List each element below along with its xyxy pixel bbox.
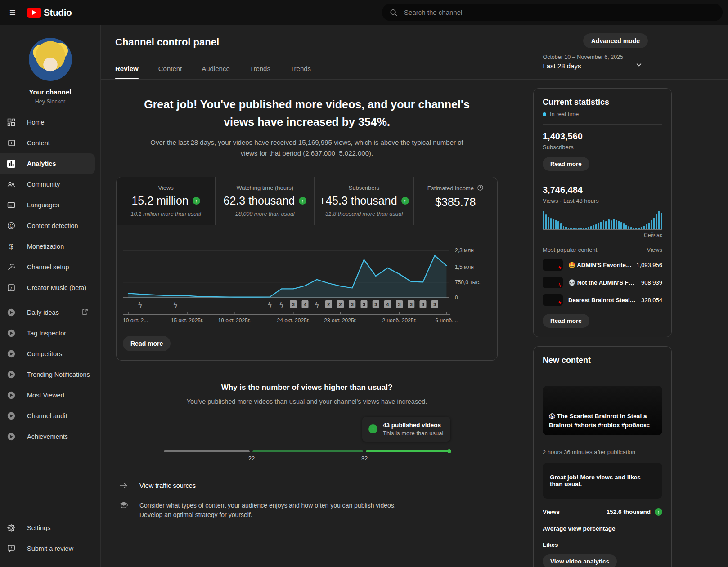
sidebar-item-achievements[interactable]: Achievements <box>0 426 100 447</box>
channel-setup-icon <box>6 262 16 272</box>
svg-text:2: 2 <box>339 302 342 307</box>
svg-text:3: 3 <box>398 302 401 307</box>
realtime-bar <box>565 227 567 229</box>
sidebar-item-settings[interactable]: Settings <box>0 518 100 538</box>
realtime-dot-icon <box>543 112 546 116</box>
advanced-mode-button[interactable]: Advanced mode <box>583 33 648 48</box>
view-video-analytics-button[interactable]: View video analytics <box>543 554 617 567</box>
realtime-bar <box>613 219 615 229</box>
shorts-publish-marker-icon: ϟ <box>268 301 272 309</box>
tab-trends-2[interactable]: Trends <box>290 65 311 79</box>
sidebar-item-community[interactable]: Community <box>0 174 100 195</box>
up-arrow-icon: ↑ <box>368 424 377 433</box>
sidebar-item-submit-a-review[interactable]: Submit a review <box>0 538 100 559</box>
tab-audience[interactable]: Audience <box>202 65 230 79</box>
metric-estimated-income[interactable]: Estimated income$385.78 <box>414 177 497 225</box>
new-content-stats: Views152.6 thousand↑Average view percent… <box>543 508 662 548</box>
popular-read-more-button[interactable]: Read more <box>543 314 589 328</box>
sidebar-item-home[interactable]: Home <box>0 112 100 133</box>
svg-text:3: 3 <box>351 302 354 307</box>
studio-logo[interactable]: Studio <box>27 7 72 18</box>
new-content-stat-likes: Likes— <box>543 541 662 548</box>
tab-trends[interactable]: Trends <box>250 65 270 79</box>
published-videos-progress: 2232 <box>164 450 450 464</box>
realtime-bar <box>646 224 647 229</box>
realtime-bar <box>633 228 635 229</box>
sidebar-item-daily-ideas[interactable]: Daily ideas <box>0 302 100 323</box>
realtime-bar <box>611 220 612 229</box>
video-thumbnail: ϟ <box>543 259 563 271</box>
views-chart: 2,3 млн1,5 млн750,0 тыс.0ϟϟϟϟ34ϟ22333433… <box>117 225 497 328</box>
realtime-bar <box>555 220 557 229</box>
sidebar-item-languages[interactable]: Languages <box>0 195 100 215</box>
subscribers-count: 1,403,560 <box>543 131 662 142</box>
search-input[interactable] <box>404 9 715 16</box>
subscribers-read-more-button[interactable]: Read more <box>543 157 589 171</box>
realtime-bar <box>590 226 592 229</box>
traffic-link-label: View traffic sources <box>139 482 196 489</box>
tab-review[interactable]: Review <box>115 65 139 79</box>
now-label: Сейчас <box>543 232 662 238</box>
metric-watching-time-hours[interactable]: Watching time (hours)62.3 thousand↑28,00… <box>216 177 315 225</box>
new-video-thumbnail[interactable]: 😱 The Scariest Brainrot in Steal a Brain… <box>543 386 662 435</box>
education-icon <box>119 501 129 510</box>
realtime-bar <box>625 225 627 229</box>
current-statistics-title: Current statistics <box>543 98 662 107</box>
progress-segment-1 <box>164 450 250 452</box>
chart-read-more-button[interactable]: Read more <box>123 336 171 351</box>
sidebar-item-competitors[interactable]: Competitors <box>0 344 100 364</box>
hamburger-menu-icon[interactable]: ≡ <box>2 2 23 23</box>
realtime-bar <box>661 213 662 229</box>
svg-text:28 окт. 2025г.: 28 окт. 2025г. <box>324 317 357 324</box>
youtube-play-icon <box>27 8 41 18</box>
svg-text:3: 3 <box>363 302 365 307</box>
shorts-publish-marker-icon: ϟ <box>174 301 178 309</box>
shorts-icon: ϟ <box>558 300 561 305</box>
sidebar-item-analytics[interactable]: Analytics <box>0 153 95 174</box>
tab-bar: ReviewContentAudienceTrendsTrends <box>115 65 311 79</box>
svg-text:750,0 тыс.: 750,0 тыс. <box>455 279 481 285</box>
channel-search[interactable] <box>382 4 723 21</box>
popular-content-row[interactable]: ϟ🤩 ADMIN'S Favorite…1,093,956 <box>543 259 662 271</box>
chevron-down-icon[interactable] <box>634 60 643 69</box>
channel-avatar[interactable] <box>29 38 72 81</box>
popular-content-row[interactable]: ϟDearest Brainrot Steal …328,054 <box>543 294 662 306</box>
published-videos-tooltip: ↑ 43 published videos This is more than … <box>362 417 450 442</box>
tab-content[interactable]: Content <box>158 65 182 79</box>
plugin-icon <box>6 328 16 338</box>
sidebar-item-trending-notifications[interactable]: Trending Notifications <box>0 364 100 385</box>
sidebar-item-most-viewed[interactable]: Most Viewed <box>0 385 100 406</box>
svg-text:4: 4 <box>386 302 389 307</box>
clock-icon <box>477 184 484 192</box>
sidebar-item-channel-audit[interactable]: Channel audit <box>0 406 100 426</box>
shorts-icon: ϟ <box>558 265 561 270</box>
plugin-icon <box>6 349 16 359</box>
metric-subscribers[interactable]: Subscribers+45.3 thousand↑31.8 thousand … <box>315 177 413 225</box>
video-thumbnail: ϟ <box>543 294 563 306</box>
realtime-bar <box>605 221 607 229</box>
tooltip-note: This is more than usual <box>383 430 443 437</box>
realtime-bar <box>573 228 575 229</box>
svg-text:19 окт. 2025г.: 19 окт. 2025г. <box>218 317 251 324</box>
realtime-bar <box>550 218 552 229</box>
hero-subtext: Over the last 28 days, your videos have … <box>116 137 498 159</box>
sidebar-item-content-detection[interactable]: CContent detection <box>0 215 100 236</box>
metric-views[interactable]: Views15.2 million↑10.1 million more than… <box>117 177 216 225</box>
realtime-bar <box>603 220 605 229</box>
creator-music-icon: ♪ <box>6 283 16 293</box>
sidebar-item-tag-inspector[interactable]: Tag Inspector <box>0 323 100 344</box>
svg-text:1,5 млн: 1,5 млн <box>455 263 474 270</box>
popular-content-row[interactable]: ϟ💀 Not the ADMIN'S F…908 939 <box>543 277 662 288</box>
realtime-bar <box>648 223 650 229</box>
date-range-selector[interactable]: October 10 – November 6, 2025 Last 28 da… <box>543 54 623 70</box>
sidebar-item-content[interactable]: Content <box>0 133 100 153</box>
why-section-title: Why is the number of views higher than u… <box>116 383 498 392</box>
realtime-bar <box>580 228 582 229</box>
sidebar-item-creator-music-beta[interactable]: ♪Creator Music (beta) <box>0 277 100 298</box>
svg-text:2,3 млн: 2,3 млн <box>455 247 474 254</box>
progress-label-32: 32 <box>361 455 368 462</box>
view-traffic-sources-link[interactable]: View traffic sources <box>116 481 498 490</box>
new-content-stat-average-view-percentage: Average view percentage— <box>543 525 662 532</box>
sidebar-item-monetization[interactable]: $Monetization <box>0 236 100 257</box>
sidebar-item-channel-setup[interactable]: Channel setup <box>0 257 100 277</box>
